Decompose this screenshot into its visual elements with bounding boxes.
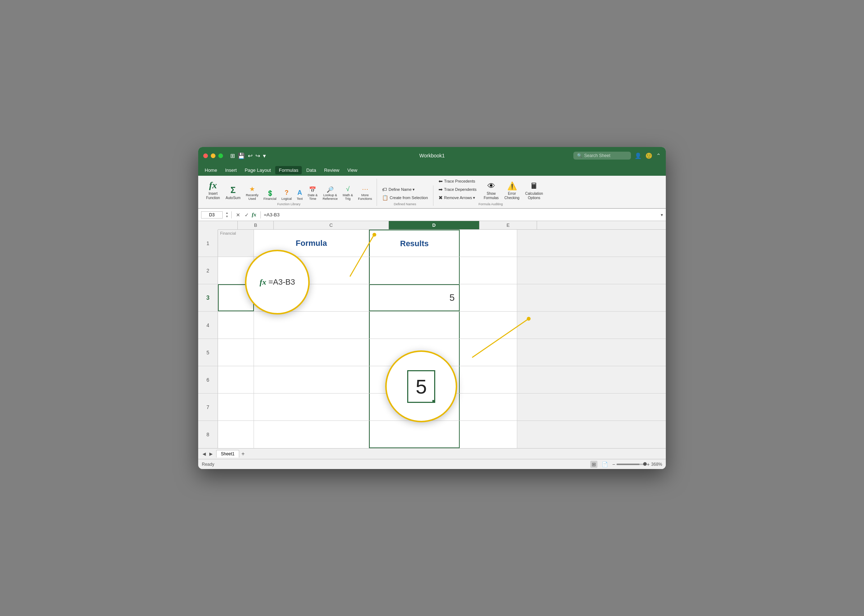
cell-E6[interactable]	[460, 366, 517, 393]
cell-E3[interactable]	[460, 284, 517, 311]
cell-ref-up-arrow[interactable]: ▲	[225, 211, 229, 215]
cell-E7[interactable]	[460, 394, 517, 421]
cell-B7[interactable]	[218, 394, 254, 421]
zoom-slider-thumb[interactable]	[643, 462, 647, 466]
col-header-E[interactable]: E	[479, 221, 537, 229]
zoom-in-button[interactable]: +	[647, 462, 650, 467]
cell-ref-arrows[interactable]: ▲ ▼	[225, 211, 229, 218]
col-header-C[interactable]: C	[274, 221, 389, 229]
table-row: 8	[198, 421, 666, 448]
text-icon: A	[298, 189, 302, 196]
cell-B8[interactable]	[218, 421, 254, 448]
menu-insert[interactable]: Insert	[222, 166, 241, 174]
emoji-icon[interactable]: 🙂	[645, 152, 653, 159]
cell-ref-down-arrow[interactable]: ▼	[225, 215, 229, 218]
sheet-prev-button[interactable]: ◀	[201, 451, 207, 457]
cell-C5[interactable]	[254, 339, 369, 366]
cell-C4[interactable]	[254, 311, 369, 339]
text-button[interactable]: A Text	[295, 188, 305, 202]
menu-page-layout[interactable]: Page Layout	[241, 166, 274, 174]
define-name-button[interactable]: 🏷 Define Name ▾	[380, 185, 430, 193]
user-icon[interactable]: 👤	[634, 152, 642, 159]
menu-view[interactable]: View	[344, 166, 361, 174]
dropdown-icon[interactable]: ▾	[263, 152, 266, 159]
zoom-out-button[interactable]: −	[612, 462, 615, 467]
search-icon: 🔍	[577, 153, 582, 158]
col-header-D[interactable]: D	[389, 221, 479, 229]
cell-B1[interactable]: Financial	[218, 229, 254, 257]
cell-C7[interactable]	[254, 394, 369, 421]
cell-B5[interactable]	[218, 339, 254, 366]
maximize-button[interactable]	[218, 154, 223, 158]
error-checking-button[interactable]: ⚠️ ErrorChecking	[502, 180, 522, 202]
cell-D3[interactable]: 5	[369, 284, 460, 311]
close-button[interactable]	[203, 154, 208, 158]
cell-E2[interactable]	[460, 257, 517, 284]
lookup-reference-label: Lookup &Reference	[323, 193, 338, 201]
titlebar-icons: ⊞ 💾 ↩ ↪ ▾	[230, 152, 266, 159]
cell-B6[interactable]	[218, 366, 254, 393]
cell-E4[interactable]	[460, 311, 517, 339]
calculation-options-button[interactable]: 🖩 CalculationOptions	[523, 180, 545, 202]
cell-C6[interactable]	[254, 366, 369, 393]
logical-button[interactable]: ? Logical	[280, 188, 294, 202]
financial-button[interactable]: 💲 Financial	[262, 189, 278, 202]
page-layout-view-button[interactable]: 📄	[600, 461, 609, 468]
search-box[interactable]: 🔍 Search Sheet	[573, 152, 631, 160]
trace-precedents-button[interactable]: ⬅ Trace Precedents	[436, 177, 479, 185]
insert-function-button[interactable]: fx InsertFunction	[204, 179, 222, 202]
formula-fx-button[interactable]: fx	[252, 212, 257, 218]
menu-review[interactable]: Review	[320, 166, 343, 174]
defined-names-group: 🏷 Define Name ▾ 📋 Create from Selection …	[377, 185, 433, 206]
sheet-tab-sheet1[interactable]: Sheet1	[216, 450, 239, 457]
math-trig-button[interactable]: √ Math &Trig	[341, 184, 355, 202]
recently-used-button[interactable]: ★ RecentlyUsed	[244, 184, 260, 202]
cell-C8[interactable]	[254, 421, 369, 448]
formula-cancel-button[interactable]: ✕	[235, 211, 242, 218]
formula-callout-circle: fx =A3-B3	[245, 250, 310, 314]
more-functions-button[interactable]: ⋯ MoreFunctions	[356, 184, 374, 202]
sheet-next-button[interactable]: ▶	[208, 451, 214, 457]
insert-function-icon: fx	[209, 180, 217, 191]
sidebar-icon[interactable]: ⊞	[230, 152, 235, 159]
undo-icon[interactable]: ↩	[248, 152, 252, 159]
cell-reference-box[interactable]: D3	[201, 211, 223, 218]
cell-E8[interactable]	[460, 421, 517, 448]
menu-formulas[interactable]: Formulas	[275, 166, 302, 174]
cell-D4[interactable]	[369, 311, 460, 339]
autosum-button[interactable]: Σ AutoSum	[223, 184, 243, 202]
cell-E5[interactable]	[460, 339, 517, 366]
zoom-level: 368%	[651, 462, 662, 467]
add-sheet-button[interactable]: +	[239, 451, 247, 457]
menu-data[interactable]: Data	[303, 166, 319, 174]
collapse-icon[interactable]: ⌃	[656, 152, 661, 159]
create-from-selection-button[interactable]: 📋 Create from Selection	[380, 194, 430, 202]
cell-D8[interactable]	[369, 421, 460, 448]
normal-view-button[interactable]: ⊞	[590, 461, 598, 468]
cell-D2[interactable]	[369, 257, 460, 284]
autosum-label: AutoSum	[225, 196, 240, 200]
show-formulas-button[interactable]: 👁 ShowFormulas	[482, 180, 501, 202]
menu-home[interactable]: Home	[201, 166, 221, 174]
trace-dependents-button[interactable]: ➡ Trace Dependents	[436, 185, 479, 193]
remove-arrows-button[interactable]: ✖ Remove Arrows ▾	[436, 194, 479, 202]
formula-bar-sep1	[231, 211, 232, 218]
cell-D1[interactable]: Results	[369, 229, 460, 257]
col-header-B[interactable]: B	[238, 221, 274, 229]
formula-bar-expand[interactable]: ▾	[661, 212, 663, 217]
formula-input[interactable]: =A3-B3	[264, 212, 658, 217]
value-callout-circle: 5	[385, 350, 457, 422]
cell-B4[interactable]	[218, 311, 254, 339]
remove-arrows-icon: ✖	[438, 195, 443, 201]
formula-confirm-button[interactable]: ✓	[243, 211, 250, 218]
redo-icon[interactable]: ↪	[255, 152, 260, 159]
window-title: Workbook1	[419, 153, 445, 159]
minimize-button[interactable]	[211, 154, 216, 158]
trace-precedents-icon: ⬅	[438, 178, 443, 184]
date-time-icon: 📅	[309, 186, 316, 193]
save-icon[interactable]: 💾	[238, 152, 245, 159]
lookup-reference-button[interactable]: 🔎 Lookup &Reference	[321, 185, 339, 202]
zoom-slider[interactable]	[616, 464, 645, 465]
date-time-button[interactable]: 📅 Date &Time	[306, 185, 320, 202]
cell-E1[interactable]	[460, 229, 517, 257]
